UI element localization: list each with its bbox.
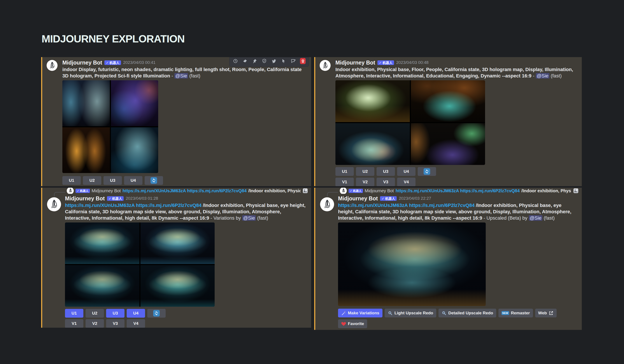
u4-button[interactable]: U4 (127, 309, 145, 318)
bot-name[interactable]: Midjourney Bot (338, 195, 378, 202)
reply-reference[interactable]: ✓ 机器人 Midjourney Bot https://s.mj.run/XU… (340, 188, 579, 194)
u3-button[interactable]: U3 (106, 309, 125, 318)
image-cell[interactable] (62, 127, 110, 173)
u1-button[interactable]: U1 (65, 309, 83, 318)
timestamp: 2023/04/03 00:48 (396, 60, 429, 65)
u3-button[interactable]: U3 (377, 167, 395, 176)
image-attachment-icon (302, 188, 308, 194)
u2-button[interactable]: U2 (85, 309, 104, 318)
reply-author[interactable]: Midjourney Bot (92, 188, 121, 193)
reply-snippet[interactable]: /Indoor exhibition, Physical base, eye h… (248, 188, 301, 193)
u1-button[interactable]: U1 (62, 176, 81, 185)
rerun-button[interactable] (147, 309, 166, 318)
variation-tail: - Variations by (209, 215, 242, 221)
message-hover-toolbar (229, 57, 309, 67)
dash: - (170, 73, 175, 78)
u3-button[interactable]: U3 (104, 176, 122, 185)
image-cell[interactable] (62, 80, 110, 126)
image-cell[interactable] (111, 80, 158, 126)
v3-button[interactable]: V3 (106, 319, 125, 328)
u2-button[interactable]: U2 (83, 176, 101, 185)
remaster-button[interactable]: NEW Remaster (498, 309, 533, 317)
u1-button[interactable]: U1 (336, 167, 354, 176)
bird-icon[interactable] (271, 58, 277, 64)
image-cell[interactable] (411, 80, 485, 122)
generated-image-grid[interactable] (336, 80, 485, 165)
web-button[interactable]: Web (535, 309, 557, 317)
image-cell[interactable] (411, 123, 485, 165)
new-badge-icon: NEW (501, 311, 509, 315)
bot-name[interactable]: Midjourney Bot (336, 59, 375, 66)
image-cell[interactable] (65, 222, 139, 264)
detailed-upscale-label: Detailed Upscale Redo (448, 311, 493, 315)
v2-button[interactable]: V2 (356, 178, 374, 186)
prompt-links[interactable]: https://s.mj.run/XUnUsJM63zA https://s.m… (338, 203, 475, 208)
avatar[interactable] (320, 197, 334, 211)
reply-spine (54, 192, 65, 196)
u4-button[interactable]: U4 (397, 167, 416, 176)
user-mention[interactable]: @Sie (242, 215, 256, 221)
upscale-tail: - Upscaled (Beta) by (482, 215, 529, 221)
shield-icon[interactable] (261, 58, 267, 64)
image-cell[interactable] (336, 123, 410, 165)
image-attachment-icon (573, 188, 579, 194)
reply-avatar[interactable] (67, 188, 74, 194)
rerun-button[interactable] (145, 176, 163, 185)
rerun-button[interactable] (418, 167, 436, 176)
bot-badge: ✓ 机器人 (349, 189, 363, 193)
v2-button[interactable]: V2 (85, 319, 104, 328)
bot-name[interactable]: Midjourney Bot (65, 195, 105, 202)
avatar[interactable] (47, 197, 61, 211)
prompt-links[interactable]: https://s.mj.run/XUnUsJM63zA https://s.m… (65, 203, 202, 208)
delete-message-button[interactable] (300, 58, 306, 64)
v4-button[interactable]: V4 (127, 319, 145, 328)
image-cell[interactable] (140, 265, 215, 307)
generated-image[interactable] (338, 222, 486, 306)
image-cell[interactable] (140, 222, 215, 264)
reply-links[interactable]: https://s.mj.run/XUnUsJM63zA https://s.m… (396, 188, 520, 193)
reply-links[interactable]: https://s.mj.run/XUnUsJM63zA https://s.m… (123, 188, 247, 193)
user-mention[interactable]: @Sie (529, 215, 542, 221)
user-mention[interactable]: @Sie (174, 73, 188, 78)
web-label: Web (538, 311, 547, 315)
pushpin-icon[interactable] (252, 58, 258, 64)
reply-avatar[interactable] (340, 188, 347, 194)
magnifier-icon (442, 311, 446, 316)
u4-button[interactable]: U4 (124, 176, 142, 185)
v4-button[interactable]: V4 (397, 178, 416, 186)
favorite-button[interactable]: Favorite (338, 319, 367, 328)
image-cell[interactable] (336, 80, 410, 122)
generated-image-grid[interactable] (62, 80, 158, 173)
v3-button[interactable]: V3 (377, 178, 395, 186)
user-mention[interactable]: @Sie (536, 73, 549, 78)
fast-label: (fast) (256, 215, 268, 221)
avatar[interactable] (47, 60, 57, 71)
add-comment-icon[interactable] (290, 58, 296, 64)
bot-name[interactable]: Midjourney Bot (62, 59, 102, 66)
make-variations-button[interactable]: Make Variations (338, 309, 383, 317)
detailed-upscale-redo-button[interactable]: Detailed Upscale Redo (439, 309, 496, 317)
v1-button[interactable]: V1 (65, 319, 83, 328)
clock-icon[interactable] (233, 58, 238, 64)
light-upscale-redo-button[interactable]: Light Upscale Redo (385, 309, 436, 317)
hand-icon[interactable] (242, 58, 248, 64)
timestamp: 2023/04/03 01:28 (126, 196, 158, 201)
cursor-icon[interactable] (281, 58, 286, 64)
reply-snippet[interactable]: /Indoor exhibition, Physical base, eye h… (521, 188, 571, 193)
message-card-4: ✓ 机器人 Midjourney Bot https://s.mj.run/XU… (314, 188, 582, 330)
reply-reference[interactable]: ✓ 机器人 Midjourney Bot https://s.mj.run/XU… (67, 188, 308, 194)
midjourney-sailboat-icon (320, 61, 330, 70)
prompt-text: Indoor exhibition, Physical base, Floor,… (336, 66, 576, 79)
reply-author[interactable]: Midjourney Bot (365, 188, 394, 193)
fast-label: (fast) (188, 73, 200, 78)
page-title: MIDJOURNEY EXPLORATION (42, 33, 185, 45)
image-cell[interactable] (111, 127, 158, 173)
v1-button[interactable]: V1 (336, 178, 354, 186)
fast-label: (fast) (549, 73, 562, 78)
generated-image-grid[interactable] (65, 222, 215, 307)
message-card-3: ✓ 机器人 Midjourney Bot https://s.mj.run/XU… (41, 188, 311, 328)
make-variations-label: Make Variations (348, 311, 379, 315)
avatar[interactable] (320, 60, 331, 71)
image-cell[interactable] (65, 265, 139, 307)
u2-button[interactable]: U2 (356, 167, 374, 176)
